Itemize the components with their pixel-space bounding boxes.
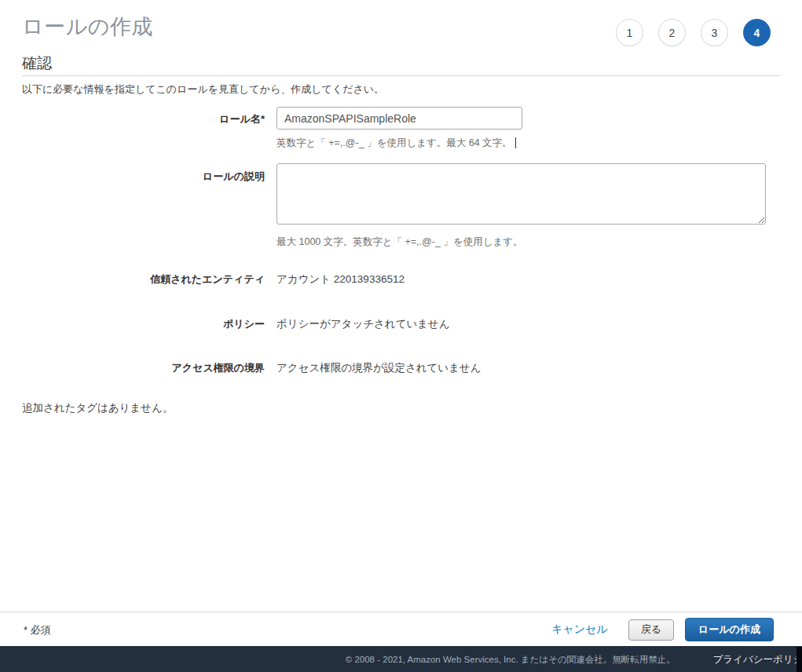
cancel-link[interactable]: キャンセル xyxy=(551,623,608,637)
permissions-boundary-label: アクセス権限の境界 xyxy=(22,361,265,374)
role-description-helper: 最大 1000 文字。英数字と「 +=,.@-_ 」を使用します。 xyxy=(276,236,523,249)
footer-action-bar: * 必須 キャンセル 戻る ロールの作成 xyxy=(0,612,802,646)
tags-note: 追加されたタグはありません。 xyxy=(22,401,173,415)
role-name-label: ロール名* xyxy=(22,112,265,126)
role-description-label: ロールの説明 xyxy=(22,170,265,183)
page-title: ロールの作成 xyxy=(22,13,153,41)
policies-label: ポリシー xyxy=(22,317,265,331)
role-name-helper: 英数字と「 +=,.@-_ 」を使用します。最大 64 文字。 xyxy=(276,137,516,150)
privacy-policy-link[interactable]: プライバシーポリシー xyxy=(713,653,802,667)
section-heading: 確認 xyxy=(22,53,52,74)
role-description-textarea[interactable] xyxy=(276,163,766,225)
text-cursor xyxy=(515,137,516,148)
footer-actions: キャンセル 戻る ロールの作成 xyxy=(551,612,774,647)
trusted-entities-value: アカウント 220139336512 xyxy=(276,272,405,286)
role-name-input[interactable] xyxy=(276,107,522,130)
create-role-page: ロールの作成 1 2 3 4 確認 以下に必要な情報を指定してこのロールを見直し… xyxy=(0,0,802,672)
required-note: * 必須 xyxy=(24,623,51,637)
screen-edge-strip xyxy=(797,647,802,672)
create-role-button[interactable]: ロールの作成 xyxy=(685,618,774,641)
section-divider xyxy=(22,75,780,76)
step-1[interactable]: 1 xyxy=(616,19,643,46)
permissions-boundary-value: アクセス権限の境界が設定されていません xyxy=(276,361,482,374)
step-indicator: 1 2 3 4 xyxy=(616,19,771,46)
step-3[interactable]: 3 xyxy=(701,19,728,46)
back-button[interactable]: 戻る xyxy=(628,619,674,641)
copyright-text: © 2008 - 2021, Amazon Web Services, Inc.… xyxy=(346,654,676,666)
role-name-helper-text: 英数字と「 +=,.@-_ 」を使用します。最大 64 文字。 xyxy=(276,137,512,148)
bottom-bar: © 2008 - 2021, Amazon Web Services, Inc.… xyxy=(0,646,802,672)
policies-value: ポリシーがアタッチされていません xyxy=(276,317,450,331)
step-2[interactable]: 2 xyxy=(658,19,686,46)
section-description: 以下に必要な情報を指定してこのロールを見直してから、作成してください。 xyxy=(22,82,384,97)
step-4-active[interactable]: 4 xyxy=(743,19,771,46)
trusted-entities-label: 信頼されたエンティティ xyxy=(22,272,265,286)
